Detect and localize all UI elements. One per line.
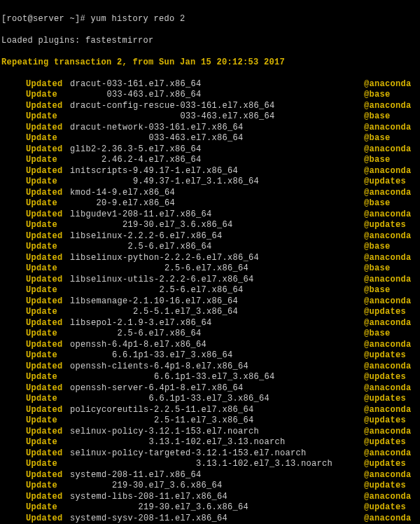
row-action: Updated [26, 340, 70, 351]
row-action: Update [26, 285, 70, 296]
transaction-row: Update 6.6.1p1-33.el7_3.x86_64@updates [1, 350, 419, 361]
row-indent [1, 296, 26, 308]
transaction-row: Updatedopenssh-6.4p1-8.el7.x86_64@anacon… [1, 340, 419, 351]
transaction-row: Update 2.5-11.el7_3.x86_64@updates [1, 415, 419, 427]
transaction-row: Updatedopenssh-clients-6.4p1-8.el7.x86_6… [1, 361, 419, 373]
transaction-row: Updatedselinux-policy-targeted-3.12.1-15… [1, 448, 419, 460]
row-indent [1, 133, 26, 144]
row-indent [1, 101, 26, 112]
row-repo: @base [364, 329, 391, 340]
row-action: Update [26, 372, 70, 383]
row-repo: @anaconda [364, 318, 412, 329]
row-action: Update [26, 481, 70, 492]
row-indent [1, 372, 26, 383]
row-package: libsemanage-2.1.10-16.el7.x86_64 [70, 296, 364, 308]
row-action: Updated [26, 383, 70, 394]
terminal[interactable]: [root@server ~]# yum history redo 2 Load… [0, 0, 420, 524]
row-package: systemd-sysv-208-11.el7.x86_64 [70, 513, 364, 525]
row-repo: @updates [364, 481, 406, 492]
transaction-row: Update 219-30.el7_3.6.x86_64@updates [1, 502, 419, 513]
row-indent [1, 155, 26, 166]
row-action: Update [26, 459, 70, 470]
row-package: openssh-6.4p1-8.el7.x86_64 [70, 340, 364, 351]
row-action: Updated [26, 448, 70, 460]
row-indent [1, 437, 26, 448]
row-repo: @base [364, 263, 391, 275]
row-indent [1, 340, 26, 351]
row-indent [1, 318, 26, 329]
row-package: 2.5-6.el7.x86_64 [70, 329, 364, 340]
row-indent [1, 177, 26, 188]
row-package: 2.5-5.1.el7_3.x86_64 [70, 307, 364, 318]
transaction-row: Update 2.5-6.el7.x86_64@base [1, 263, 419, 275]
row-repo: @updates [364, 459, 406, 470]
row-action: Update [26, 329, 70, 340]
row-action: Updated [26, 405, 70, 416]
row-package: selinux-policy-targeted-3.12.1-153.el7.n… [70, 448, 364, 460]
transaction-row: Updatedsystemd-libs-208-11.el7.x86_64@an… [1, 492, 419, 503]
row-package: dracut-033-161.el7.x86_64 [70, 79, 364, 90]
transaction-row: Updatedsystemd-sysv-208-11.el7.x86_64@an… [1, 513, 419, 525]
row-package: 033-463.el7.x86_64 [70, 90, 364, 101]
plugins-line: Loaded plugins: fastestmirror [1, 36, 419, 47]
row-repo: @updates [364, 415, 406, 427]
row-repo: @anaconda [364, 405, 412, 416]
row-indent [1, 123, 26, 134]
row-indent [1, 90, 26, 101]
row-repo: @updates [364, 350, 406, 361]
row-action: Update [26, 198, 70, 209]
transaction-row: Update 9.49.37-1.el7_3.1.x86_64@updates [1, 177, 419, 188]
row-indent [1, 383, 26, 394]
row-action: Updated [26, 79, 70, 90]
row-indent [1, 361, 26, 373]
transaction-row: Update 2.46.2-4.el7.x86_64@base [1, 155, 419, 166]
row-repo: @anaconda [364, 101, 412, 112]
transaction-row: Update 033-463.el7.x86_64@base [1, 111, 419, 123]
row-action: Updated [26, 318, 70, 329]
row-package: libselinux-2.2.2-6.el7.x86_64 [70, 231, 364, 242]
row-indent [1, 144, 26, 156]
row-package: 6.6.1p1-33.el7_3.x86_64 [70, 394, 364, 405]
row-package: libselinux-utils-2.2.2-6.el7.x86_64 [70, 275, 364, 286]
transaction-row: Updatedglib2-2.36.3-5.el7.x86_64@anacond… [1, 144, 419, 156]
shell-prompt: [root@server ~]# [1, 14, 91, 24]
row-action: Update [26, 437, 70, 448]
row-repo: @anaconda [364, 513, 412, 525]
row-action: Update [26, 90, 70, 101]
row-action: Update [26, 133, 70, 144]
transaction-row: Updatedlibselinux-python-2.2.2-6.el7.x86… [1, 253, 419, 264]
row-package: dracut-network-033-161.el7.x86_64 [70, 123, 364, 134]
row-package: libselinux-python-2.2.2-6.el7.x86_64 [70, 253, 364, 264]
row-package: 219-30.el7_3.6.x86_64 [70, 502, 364, 513]
row-indent [1, 481, 26, 492]
transaction-row: Update 2.5-6.el7.x86_64@base [1, 285, 419, 296]
row-repo: @anaconda [364, 209, 412, 221]
row-indent [1, 427, 26, 438]
transaction-row: Updatedlibsepol-2.1.9-3.el7.x86_64@anaco… [1, 318, 419, 329]
row-repo: @base [364, 90, 391, 101]
row-repo: @anaconda [364, 123, 412, 134]
transaction-row: Updateddracut-033-161.el7.x86_64@anacond… [1, 79, 419, 90]
row-repo: @anaconda [364, 340, 412, 351]
row-indent [1, 209, 26, 221]
row-action: Updated [26, 275, 70, 286]
row-indent [1, 307, 26, 318]
row-action: Updated [26, 427, 70, 438]
row-repo: @updates [364, 437, 406, 448]
row-repo: @anaconda [364, 253, 412, 264]
row-package: systemd-208-11.el7.x86_64 [70, 470, 364, 481]
row-indent [1, 470, 26, 481]
row-action: Updated [26, 231, 70, 242]
transaction-row: Update 2.5-6.el7.x86_64@base [1, 242, 419, 253]
row-repo: @anaconda [364, 448, 412, 460]
transaction-row: Update 3.13.1-102.el7_3.13.noarch@update… [1, 459, 419, 470]
transaction-row: Updatedpolicycoreutils-2.2.5-11.el7.x86_… [1, 405, 419, 416]
row-indent [1, 111, 26, 123]
row-package: openssh-server-6.4p1-8.el7.x86_64 [70, 383, 364, 394]
row-repo: @anaconda [364, 492, 412, 503]
row-repo: @base [364, 155, 391, 166]
row-repo: @anaconda [364, 383, 412, 394]
row-package: 9.49.37-1.el7_3.1.x86_64 [70, 177, 364, 188]
transaction-row: Update 219-30.el7_3.6.x86_64@updates [1, 481, 419, 492]
transaction-row: Update 6.6.1p1-33.el7_3.x86_64@updates [1, 394, 419, 405]
